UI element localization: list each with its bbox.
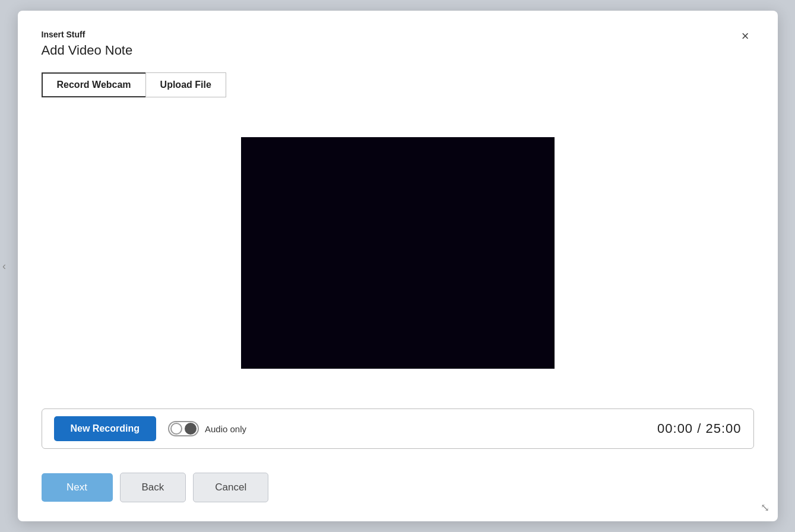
modal-dialog: Insert Stuff Add Video Note × Record Web…	[18, 11, 778, 521]
audio-only-toggle-container: Audio only	[168, 421, 246, 436]
timer-display: 00:00 / 25:00	[657, 421, 741, 436]
title-group: Insert Stuff Add Video Note	[42, 30, 133, 58]
video-container	[42, 114, 754, 392]
audio-only-label: Audio only	[205, 424, 246, 434]
page-background: Insert Stuff Add Video Note × Record Web…	[0, 0, 795, 532]
modal-header: Insert Stuff Add Video Note ×	[42, 30, 754, 58]
tab-upload-file[interactable]: Upload File	[145, 72, 226, 97]
modal-insert-stuff-label: Insert Stuff	[42, 30, 133, 39]
resize-handle-icon[interactable]: ⤡	[761, 501, 769, 514]
left-arrow-icon[interactable]: ‹	[0, 255, 8, 277]
footer-actions: Next Back Cancel	[42, 473, 754, 502]
back-button[interactable]: Back	[120, 473, 186, 502]
cancel-button[interactable]: Cancel	[193, 473, 268, 502]
tab-record-webcam[interactable]: Record Webcam	[42, 72, 145, 97]
toggle-knob-left	[170, 423, 182, 435]
modal-subtitle: Add Video Note	[42, 43, 133, 58]
new-recording-button[interactable]: New Recording	[54, 416, 156, 441]
recording-controls-bar: New Recording Audio only 00:00 / 25:00	[42, 408, 754, 449]
audio-only-toggle[interactable]	[168, 421, 199, 436]
webcam-preview	[241, 137, 555, 369]
next-button[interactable]: Next	[42, 473, 113, 502]
toggle-knob-right	[185, 423, 197, 435]
tab-bar: Record Webcam Upload File	[42, 72, 754, 97]
close-button[interactable]: ×	[737, 27, 754, 45]
